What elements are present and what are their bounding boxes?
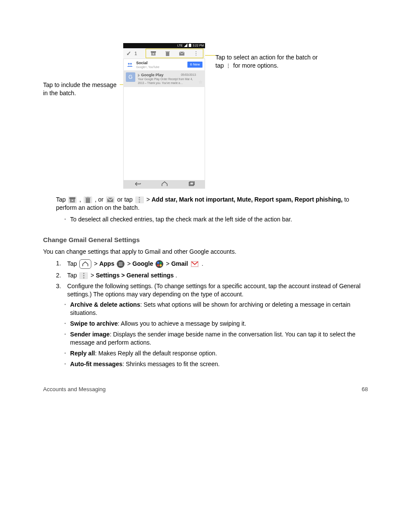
svg-rect-20	[86, 198, 90, 203]
text: ,	[79, 196, 83, 203]
text: >	[90, 272, 96, 279]
steps-general: 1. Tap > Apps > Google	[43, 259, 368, 299]
apps-icon	[117, 260, 125, 268]
menu-options-list: Add star, Mark not important, Mute, Repo…	[152, 196, 342, 203]
text: >	[166, 260, 171, 267]
bullet-autofit: Auto-fit messages: Shrinks messages to f…	[65, 360, 368, 368]
home-key-icon	[79, 259, 91, 269]
svg-rect-22	[87, 197, 89, 197]
battery-icon	[189, 44, 191, 48]
social-subtitle: Google+, YouTube	[136, 65, 185, 69]
bullet-title: Auto-fit messages	[70, 361, 122, 367]
more-icon	[226, 62, 230, 69]
svg-point-15	[130, 63, 132, 65]
apps-label: Apps	[99, 260, 116, 267]
delete-icon[interactable]	[165, 51, 171, 56]
archive-icon	[68, 196, 77, 203]
action-instruction: Tap , , or or tap > Add star, Mark not i…	[56, 196, 368, 212]
recent-icon[interactable]	[188, 180, 195, 189]
bullet-title: Archive & delete actions	[70, 301, 140, 308]
callout-left: Tap to include the message in the batch.	[43, 81, 120, 97]
message-body: Google Play 05/03/2013 Your Google Play …	[138, 72, 196, 85]
svg-point-30	[119, 264, 120, 264]
bullet-swipe: Swipe to archive: Allows you to achieve …	[65, 320, 368, 328]
svg-point-43	[83, 277, 84, 279]
annotated-figure: Tap to include the message in the batch.…	[43, 43, 368, 190]
selection-action-bar: ✓ 1	[123, 48, 205, 59]
svg-point-24	[139, 197, 140, 199]
text: .	[202, 260, 203, 267]
bullet-body: : Allows you to achieve a message by swi…	[118, 320, 246, 327]
social-title: Social	[136, 60, 185, 65]
callout-right: Tap to select an action for the batch or…	[215, 53, 327, 70]
svg-point-28	[120, 262, 121, 263]
step-number: 3.	[56, 282, 64, 299]
selected-message-row[interactable]: G Google Play 05/03/2013 Your Google Pla…	[123, 71, 205, 87]
nav-bar	[123, 180, 205, 189]
svg-rect-8	[165, 51, 170, 52]
new-badge: 6 New	[187, 62, 202, 68]
svg-rect-3	[189, 44, 191, 47]
text: >	[146, 196, 152, 203]
svg-point-33	[119, 265, 120, 266]
delete-icon	[84, 196, 92, 203]
home-icon[interactable]	[161, 180, 168, 189]
svg-point-42	[83, 275, 84, 277]
bullet-deselect: To deselect all checked entries, tap the…	[65, 215, 368, 224]
people-icon	[126, 61, 134, 68]
star-icon[interactable]: ☆	[199, 79, 202, 85]
svg-point-27	[119, 262, 120, 263]
svg-point-13	[196, 55, 196, 56]
selection-count: 1	[134, 50, 142, 57]
step-body: Tap > Apps > Google > Gmai	[67, 259, 203, 269]
step-number: 2.	[56, 271, 64, 280]
bullet-body: : Shrinks messages to fit the screen.	[122, 361, 220, 367]
bullet-body: : Displays the sender image beside name …	[70, 331, 355, 346]
svg-point-29	[121, 262, 122, 263]
google-folder-icon	[156, 260, 163, 268]
text: or tap	[117, 196, 134, 203]
svg-point-11	[196, 51, 196, 52]
message-sender-text: Google Play	[141, 73, 164, 77]
back-icon[interactable]	[133, 180, 141, 189]
gmail-label: Gmail	[171, 260, 190, 267]
page: Tap to include the message in the batch.…	[0, 0, 411, 532]
svg-point-31	[120, 264, 121, 264]
text: , or	[95, 196, 105, 203]
social-category-row[interactable]: Social Google+, YouTube 6 New	[123, 59, 205, 71]
svg-point-0	[228, 64, 229, 65]
message-sender: Google Play	[138, 72, 164, 78]
text: Tap	[67, 260, 78, 267]
text: .	[175, 272, 177, 279]
svg-point-1	[228, 65, 229, 66]
body-text: Tap , , or or tap > Add star, Mark not i…	[43, 196, 368, 393]
svg-point-26	[139, 202, 140, 203]
gmail-icon	[190, 261, 199, 268]
svg-point-39	[160, 264, 162, 266]
batch-actions-group	[146, 49, 203, 58]
bullet-body: : Makes Reply all the default response o…	[95, 350, 217, 357]
archive-icon[interactable]	[150, 51, 156, 56]
more-icon[interactable]	[193, 51, 199, 56]
step-3: 3. Configure the following settings. (To…	[56, 282, 368, 299]
bullet-title: Reply all	[70, 350, 95, 357]
footer-page-number: 68	[362, 386, 368, 393]
text: >	[94, 260, 99, 267]
more-icon	[135, 196, 144, 203]
done-check[interactable]: ✓	[123, 50, 134, 58]
svg-point-38	[157, 264, 159, 266]
general-desc: You can change settings that apply to Gm…	[43, 248, 368, 256]
section-heading-general: Change Gmail General Settings	[43, 236, 368, 244]
svg-rect-7	[166, 52, 169, 56]
svg-rect-18	[69, 197, 75, 199]
signal-icon	[184, 44, 187, 48]
svg-point-35	[121, 265, 122, 266]
callout-right-text-2: for more options.	[233, 62, 278, 69]
bullet-title: Swipe to archive	[70, 320, 118, 327]
message-avatar[interactable]: G	[126, 72, 135, 82]
svg-rect-5	[151, 51, 156, 53]
mark-read-icon[interactable]	[179, 51, 185, 56]
bullet-text: To deselect all checked entries, tap the…	[70, 215, 292, 224]
footer-section: Accounts and Messaging	[43, 386, 106, 393]
step-number: 1.	[56, 259, 64, 269]
